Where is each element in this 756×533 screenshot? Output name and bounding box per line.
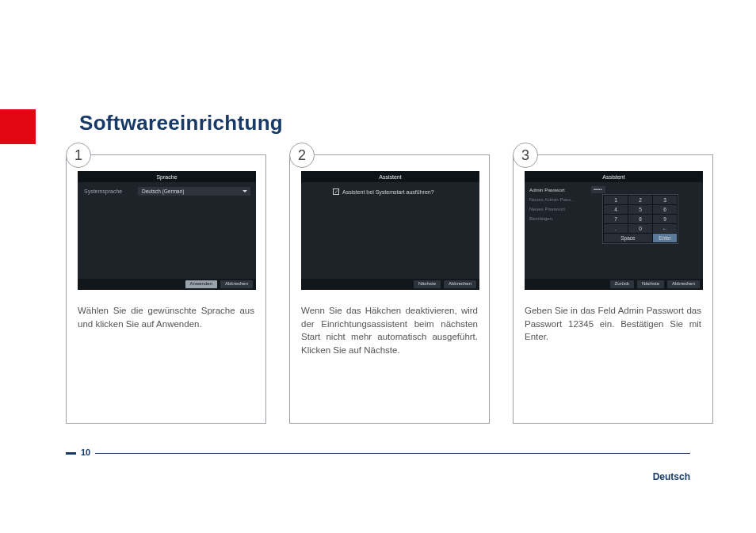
next-button[interactable]: Nächste bbox=[637, 280, 664, 287]
on-screen-keypad: 1 2 3 4 5 6 7 8 9 . 0 ← Space Enter bbox=[602, 194, 678, 244]
keypad-key-8[interactable]: 8 bbox=[628, 215, 652, 223]
keypad-key-4[interactable]: 4 bbox=[604, 205, 628, 214]
confirm-password-label: Bestätigen bbox=[529, 214, 591, 223]
step-1-screenshot: Sprache Systemsprache Deutsch (German) A… bbox=[78, 171, 256, 290]
apply-button[interactable]: Anwenden bbox=[185, 280, 217, 287]
step-3-frame: 3 Assistent Admin Passwort ••••• Neues A… bbox=[513, 154, 713, 424]
keypad-key-backspace[interactable]: ← bbox=[653, 224, 677, 233]
keypad-key-5[interactable]: 5 bbox=[628, 205, 652, 214]
footer-language: Deutsch bbox=[653, 471, 690, 482]
run-wizard-checkbox-row: Assistent bei Systemstart ausführen? bbox=[333, 188, 434, 195]
step-1-caption: Wählen Sie die gewünschte Sprache aus un… bbox=[78, 304, 254, 330]
dialog-footer: Nächste Abbrechen bbox=[301, 279, 479, 290]
keypad-key-dot[interactable]: . bbox=[604, 224, 628, 233]
keypad-key-3[interactable]: 3 bbox=[653, 196, 677, 204]
cancel-button[interactable]: Abbrechen bbox=[667, 280, 700, 287]
step-2-badge: 2 bbox=[289, 143, 315, 168]
dialog-title: Assistent bbox=[525, 171, 703, 182]
page-number: 10 bbox=[76, 447, 95, 457]
run-wizard-label: Assistent bei Systemstart ausführen? bbox=[342, 189, 434, 195]
keypad-key-space[interactable]: Space bbox=[604, 234, 652, 242]
keypad-key-6[interactable]: 6 bbox=[653, 205, 677, 214]
dialog-title: Assistent bbox=[301, 171, 479, 182]
accent-tab bbox=[0, 109, 36, 144]
admin-password-input[interactable]: ••••• bbox=[591, 186, 605, 193]
cancel-button[interactable]: Abbrechen bbox=[220, 280, 253, 287]
step-1: 1 Sprache Systemsprache Deutsch (German)… bbox=[66, 154, 266, 424]
steps-row: 1 Sprache Systemsprache Deutsch (German)… bbox=[66, 154, 713, 424]
keypad-key-1[interactable]: 1 bbox=[604, 196, 628, 204]
keypad-key-0[interactable]: 0 bbox=[628, 224, 652, 233]
step-2-caption: Wenn Sie das Häkchen deaktivieren, wird … bbox=[301, 304, 478, 357]
dialog-footer: Zurück Nächste Abbrechen bbox=[525, 279, 703, 290]
new-admin-password-label: Neues Admin Pass... bbox=[529, 195, 591, 204]
new-password-label: Neues Passwort bbox=[529, 204, 591, 214]
step-2: 2 Assistent Assistent bei Systemstart au… bbox=[289, 154, 490, 424]
language-select[interactable]: Deutsch (German) bbox=[138, 187, 250, 196]
step-1-badge: 1 bbox=[66, 143, 91, 168]
language-select-value: Deutsch (German) bbox=[142, 188, 184, 194]
step-3-caption: Geben Sie in das Feld Admin Passwort das… bbox=[525, 304, 701, 344]
dialog-title: Sprache bbox=[78, 171, 256, 182]
dialog-footer: Anwenden Abbrechen bbox=[78, 279, 256, 290]
step-3-badge: 3 bbox=[513, 143, 538, 168]
page-title: Softwareeinrichtung bbox=[79, 111, 283, 135]
step-2-frame: 2 Assistent Assistent bei Systemstart au… bbox=[289, 154, 490, 424]
keypad-key-2[interactable]: 2 bbox=[628, 196, 652, 204]
admin-password-label: Admin Passwort bbox=[529, 185, 591, 195]
next-button[interactable]: Nächste bbox=[414, 280, 441, 287]
keypad-key-9[interactable]: 9 bbox=[653, 215, 677, 223]
admin-password-row: Admin Passwort ••••• bbox=[529, 185, 700, 194]
step-2-screenshot: Assistent Assistent bei Systemstart ausf… bbox=[301, 171, 479, 290]
run-wizard-checkbox[interactable] bbox=[333, 188, 339, 195]
step-3-screenshot: Assistent Admin Passwort ••••• Neues Adm… bbox=[525, 171, 703, 290]
keypad-key-enter[interactable]: Enter bbox=[653, 234, 677, 242]
system-language-label: Systemsprache bbox=[84, 188, 122, 194]
step-3: 3 Assistent Admin Passwort ••••• Neues A… bbox=[513, 154, 713, 424]
step-1-frame: 1 Sprache Systemsprache Deutsch (German)… bbox=[66, 154, 266, 424]
back-button[interactable]: Zurück bbox=[610, 280, 634, 287]
keypad-key-7[interactable]: 7 bbox=[604, 215, 628, 223]
cancel-button[interactable]: Abbrechen bbox=[444, 280, 476, 287]
footer-rule bbox=[66, 453, 690, 454]
